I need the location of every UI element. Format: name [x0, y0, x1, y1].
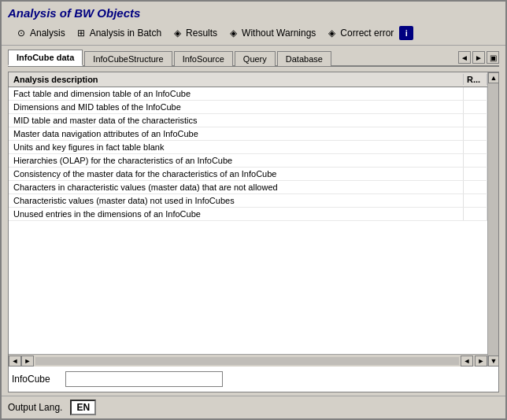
infocube-row: InfoCube — [9, 367, 498, 392]
toolbar-results-label: Results — [186, 28, 217, 39]
row-desc: Master data navigation attributes of an … — [9, 127, 464, 140]
status-bar: Output Lang. EN — [2, 396, 505, 418]
toolbar-results[interactable]: ◈ Results — [167, 25, 221, 41]
row-desc: MID table and master data of the charact… — [9, 114, 464, 127]
row-desc: Hierarchies (OLAP) for the characteristi… — [9, 154, 464, 167]
row-desc: Units and key figures in fact table blan… — [9, 141, 464, 153]
toolbar-correct-error-label: Correct error — [340, 28, 394, 39]
correct-error-icon: ◈ — [325, 27, 338, 39]
col-result-header: R... — [464, 74, 487, 85]
table-row[interactable]: Consistency of the master data for the c… — [9, 168, 487, 181]
table-row[interactable]: MID table and master data of the charact… — [9, 114, 487, 127]
tab-database[interactable]: Database — [277, 51, 331, 66]
infocube-input[interactable] — [65, 371, 223, 387]
analysis-icon: ⊙ — [15, 27, 28, 39]
tab-close-button[interactable]: ▣ — [487, 51, 499, 64]
row-result — [464, 101, 487, 113]
row-desc: Dimensions and MID tables of the InfoCub… — [9, 101, 464, 113]
main-window: Analysis of BW Objects ⊙ Analysis ⊞ Anal… — [0, 0, 507, 420]
tab-query[interactable]: Query — [235, 51, 276, 66]
table-body: Fact table and dimension table of an Inf… — [9, 87, 487, 354]
row-desc: Characters in characteristic values (mas… — [9, 181, 464, 193]
row-desc: Characteristic values (master data) not … — [9, 194, 464, 207]
toolbar-analysis[interactable]: ⊙ Analysis — [11, 25, 69, 41]
toolbar-analysis-label: Analysis — [30, 28, 65, 39]
tab-infosource[interactable]: InfoSource — [174, 51, 233, 66]
vscroll-down-button[interactable]: ▼ — [488, 356, 498, 367]
hscroll-far-right-button[interactable]: ► — [475, 356, 487, 367]
table-row[interactable]: Characteristic values (master data) not … — [9, 194, 487, 208]
row-desc: Unused entries in the dimensions of an I… — [9, 208, 464, 220]
row-result — [464, 181, 487, 193]
row-result — [464, 168, 487, 180]
results-icon: ◈ — [171, 27, 183, 39]
table-row[interactable]: Hierarchies (OLAP) for the characteristi… — [9, 154, 487, 168]
table-row[interactable]: Characters in characteristic values (mas… — [9, 181, 487, 194]
vertical-scrollbar: ▲ ▼ — [487, 72, 498, 367]
row-result — [464, 154, 487, 167]
toolbar-without-warnings-label: Without Warnings — [242, 28, 316, 39]
hscroll-track[interactable] — [35, 357, 459, 365]
col-description-header: Analysis description — [9, 74, 464, 85]
row-desc: Consistency of the master data for the c… — [9, 168, 464, 180]
table-row[interactable]: Unused entries in the dimensions of an I… — [9, 208, 487, 221]
hscroll-far-left-button[interactable]: ◄ — [461, 356, 473, 367]
row-desc: Fact table and dimension table of an Inf… — [9, 87, 464, 100]
content-panel: Analysis description R... Fact table and… — [8, 72, 499, 392]
without-warnings-icon: ◈ — [227, 27, 239, 39]
tab-infocube-structure[interactable]: InfoCubeStructure — [84, 51, 172, 66]
vscroll-up-button[interactable]: ▲ — [488, 72, 498, 83]
row-result — [464, 114, 487, 127]
row-result — [464, 87, 487, 100]
toolbar-correct-error[interactable]: ◈ Correct error — [321, 25, 398, 41]
toolbar-without-warnings[interactable]: ◈ Without Warnings — [223, 25, 320, 41]
main-content: InfoCube data InfoCubeStructure InfoSour… — [2, 46, 505, 396]
hscroll-left-button[interactable]: ◄ — [9, 356, 21, 367]
tab-bar: InfoCube data InfoCubeStructure InfoSour… — [8, 49, 499, 67]
analysis-batch-icon: ⊞ — [75, 27, 87, 39]
vscroll-track[interactable] — [488, 83, 498, 356]
row-result — [464, 194, 487, 207]
panel-inner: Analysis description R... Fact table and… — [9, 72, 498, 367]
table-row[interactable]: Fact table and dimension table of an Inf… — [9, 87, 487, 101]
tab-nav: ◄ ► ▣ — [458, 51, 499, 65]
info-icon[interactable]: i — [399, 26, 413, 40]
toolbar-analysis-batch[interactable]: ⊞ Analysis in Batch — [71, 25, 165, 41]
toolbar: ⊙ Analysis ⊞ Analysis in Batch ◈ Results… — [8, 23, 499, 43]
table-row[interactable]: Units and key figures in fact table blan… — [9, 141, 487, 154]
table-row[interactable]: Dimensions and MID tables of the InfoCub… — [9, 101, 487, 114]
row-result — [464, 208, 487, 220]
window-title: Analysis of BW Objects — [8, 6, 499, 20]
hscroll-right-button[interactable]: ► — [21, 356, 34, 367]
analysis-table: Analysis description R... Fact table and… — [9, 72, 487, 367]
toolbar-analysis-batch-label: Analysis in Batch — [90, 28, 161, 39]
lang-value: EN — [70, 400, 96, 415]
horizontal-scrollbar: ◄ ► ◄ ► — [9, 354, 487, 367]
row-result — [464, 141, 487, 153]
table-header: Analysis description R... — [9, 72, 487, 87]
tab-next-button[interactable]: ► — [472, 51, 485, 64]
tab-infocube-data[interactable]: InfoCube data — [8, 50, 83, 66]
table-row[interactable]: Master data navigation attributes of an … — [9, 127, 487, 141]
title-bar: Analysis of BW Objects ⊙ Analysis ⊞ Anal… — [2, 2, 505, 46]
infocube-label: InfoCube — [12, 374, 59, 385]
tab-prev-button[interactable]: ◄ — [458, 51, 471, 64]
row-result — [464, 127, 487, 140]
output-lang-label: Output Lang. — [8, 402, 62, 413]
